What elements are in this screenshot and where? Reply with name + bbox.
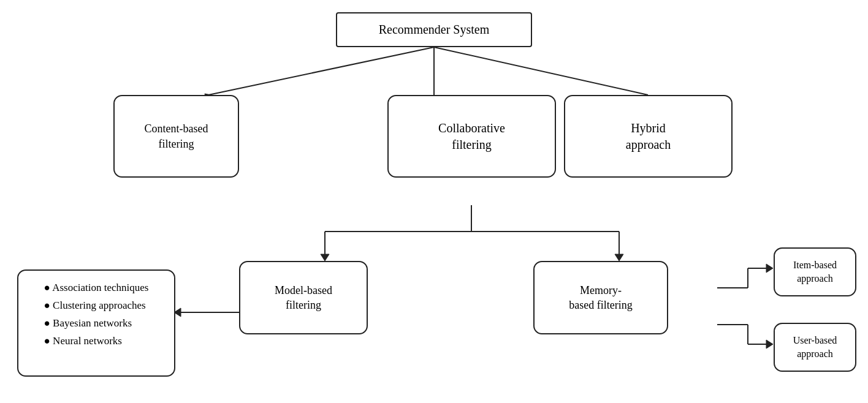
- svg-marker-11: [615, 254, 623, 261]
- hybrid-approach-node: Hybridapproach: [564, 95, 733, 178]
- item-based-approach-node: Item-basedapproach: [774, 247, 856, 296]
- svg-marker-17: [766, 264, 773, 273]
- model-based-filtering-node: Model-basedfiltering: [239, 261, 368, 334]
- list-box: ● Association techniques ● Clustering ap…: [17, 269, 175, 377]
- content-based-filtering-node: Content-basedfiltering: [113, 95, 239, 178]
- svg-marker-21: [766, 340, 773, 348]
- recommender-system-node: Recommender System: [336, 12, 532, 47]
- svg-line-4: [434, 47, 648, 95]
- user-based-approach-node: User-basedapproach: [774, 323, 856, 372]
- collaborative-filtering-node: Collaborativefiltering: [387, 95, 556, 178]
- svg-marker-9: [321, 254, 329, 261]
- svg-line-0: [208, 47, 434, 95]
- memory-based-filtering-node: Memory-based filtering: [533, 261, 668, 334]
- diagram: Recommender System Content-basedfilterin…: [0, 0, 868, 403]
